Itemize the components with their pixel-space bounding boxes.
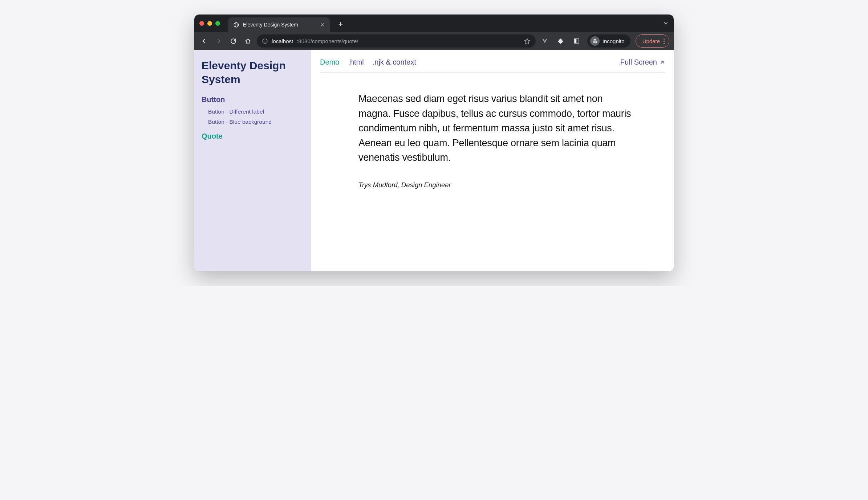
extensions-button[interactable]: [555, 36, 566, 46]
update-button[interactable]: Update: [636, 34, 669, 48]
quote-component: Maecenas sed diam eget risus varius blan…: [358, 91, 634, 189]
browser-tab[interactable]: Eleventy Design System ✕: [228, 17, 330, 32]
site-title[interactable]: Eleventy Design System: [202, 59, 304, 86]
close-tab-button[interactable]: ✕: [320, 21, 325, 28]
tab-njk-context[interactable]: .njk & context: [373, 58, 416, 66]
forward-button[interactable]: [213, 36, 224, 46]
full-screen-link[interactable]: Full Screen: [620, 58, 665, 66]
main-panel: Demo .html .njk & context Full Screen Ma…: [311, 50, 674, 271]
bookmark-button[interactable]: [524, 38, 531, 45]
minimize-window-button[interactable]: [207, 21, 212, 26]
globe-icon: [233, 22, 239, 28]
sidebar-group-button: Button Button - Different label Button -…: [202, 95, 304, 127]
sidebar-subitem-different-label[interactable]: Button - Different label: [202, 107, 304, 117]
reload-button[interactable]: [228, 36, 239, 46]
home-button[interactable]: [242, 36, 253, 46]
back-button[interactable]: [199, 36, 210, 46]
update-label: Update: [642, 38, 660, 44]
tabs-overflow-button[interactable]: [663, 20, 669, 26]
site-info-icon[interactable]: [262, 38, 268, 44]
quote-body: Maecenas sed diam eget risus varius blan…: [358, 91, 634, 165]
url-bar[interactable]: localhost:8080/components/quote/: [257, 34, 536, 48]
incognito-label: Incognito: [603, 38, 625, 44]
sidebar: Eleventy Design System Button Button - D…: [194, 50, 311, 271]
close-window-button[interactable]: [199, 21, 204, 26]
devices-button[interactable]: [571, 36, 582, 46]
window-controls: [199, 21, 220, 26]
svg-point-8: [593, 41, 595, 43]
extension-vue-icon[interactable]: [539, 36, 550, 46]
maximize-window-button[interactable]: [215, 21, 220, 26]
sidebar-item-quote[interactable]: Quote: [202, 132, 304, 140]
external-link-icon: [659, 60, 665, 65]
svg-point-5: [265, 40, 265, 40]
sidebar-group-quote: Quote: [202, 132, 304, 140]
toolbar: localhost:8080/components/quote/ Incogni…: [194, 32, 674, 50]
svg-point-9: [595, 41, 597, 43]
sidebar-item-button[interactable]: Button: [202, 95, 304, 104]
url-path: :8080/components/quote/: [297, 38, 358, 44]
toolbar-right-icons: Incognito Update: [539, 34, 669, 48]
titlebar: Eleventy Design System ✕ +: [194, 15, 674, 32]
tab-html[interactable]: .html: [348, 58, 364, 66]
incognito-chip[interactable]: Incognito: [587, 34, 630, 48]
url-host: localhost: [272, 38, 293, 44]
menu-icon: [664, 38, 665, 44]
main-tabs: Demo .html .njk & context Full Screen: [320, 58, 665, 73]
browser-window: Eleventy Design System ✕ + localhost:808: [194, 15, 674, 271]
incognito-icon: [590, 36, 600, 46]
tab-title: Eleventy Design System: [243, 22, 316, 28]
new-tab-button[interactable]: +: [336, 20, 346, 29]
full-screen-label: Full Screen: [620, 58, 657, 66]
svg-rect-7: [575, 39, 576, 43]
page-content: Eleventy Design System Button Button - D…: [194, 50, 674, 271]
quote-citation: Trys Mudford, Design Engineer: [358, 181, 634, 189]
tab-demo[interactable]: Demo: [320, 58, 339, 66]
sidebar-subitem-blue-background[interactable]: Button - Blue background: [202, 117, 304, 127]
